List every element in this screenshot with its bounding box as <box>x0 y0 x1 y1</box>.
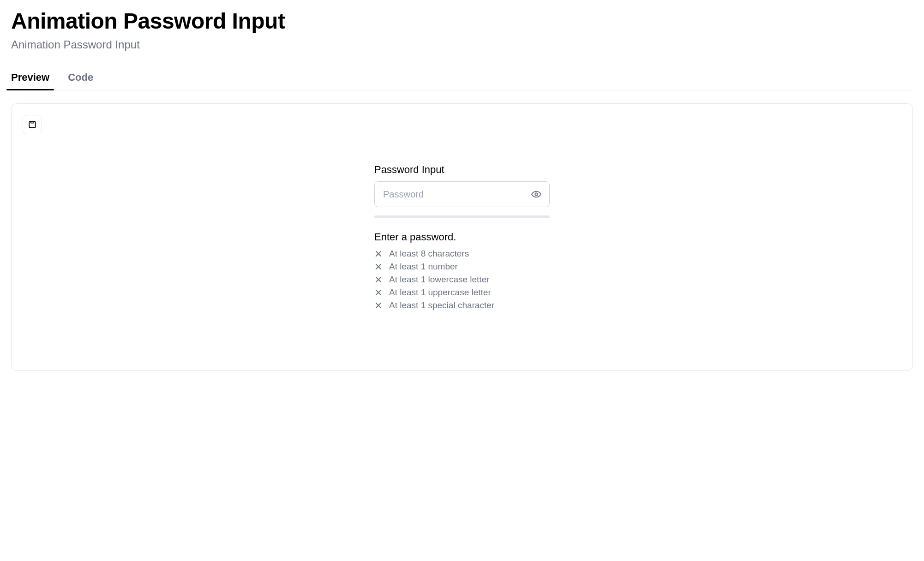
x-icon <box>374 275 383 284</box>
toggle-visibility-button[interactable] <box>529 187 543 201</box>
svg-rect-0 <box>31 121 34 123</box>
requirement-text: At least 8 characters <box>389 249 469 259</box>
password-prompt: Enter a password. <box>374 231 550 243</box>
requirement-text: At least 1 uppercase letter <box>389 287 491 298</box>
eye-icon <box>531 189 541 199</box>
tab-preview[interactable]: Preview <box>11 68 49 90</box>
password-label: Password Input <box>374 164 550 176</box>
copy-button[interactable] <box>23 115 42 134</box>
requirement-text: At least 1 special character <box>389 300 494 310</box>
preview-panel: Password Input Enter a password. At leas… <box>11 103 913 371</box>
page-title: Animation Password Input <box>11 8 913 34</box>
tabs: Preview Code <box>11 68 913 90</box>
x-icon <box>374 301 383 310</box>
requirement-item: At least 1 number <box>374 262 550 272</box>
clipboard-icon <box>28 120 37 129</box>
requirement-item: At least 1 lowercase letter <box>374 275 550 285</box>
tab-code[interactable]: Code <box>68 68 93 90</box>
x-icon <box>374 250 383 258</box>
requirements-list: At least 8 characters At least 1 number … <box>374 249 550 310</box>
password-input[interactable] <box>374 181 550 207</box>
requirement-item: At least 1 uppercase letter <box>374 287 550 298</box>
x-icon <box>374 263 383 271</box>
page-subtitle: Animation Password Input <box>11 38 913 51</box>
password-field-wrap <box>374 181 550 207</box>
requirement-text: At least 1 lowercase letter <box>389 275 490 285</box>
requirement-item: At least 1 special character <box>374 300 550 310</box>
svg-point-1 <box>535 193 538 196</box>
password-widget: Password Input Enter a password. At leas… <box>374 164 550 310</box>
strength-bar <box>374 215 550 218</box>
requirement-item: At least 8 characters <box>374 249 550 259</box>
x-icon <box>374 288 383 297</box>
requirement-text: At least 1 number <box>389 262 458 272</box>
